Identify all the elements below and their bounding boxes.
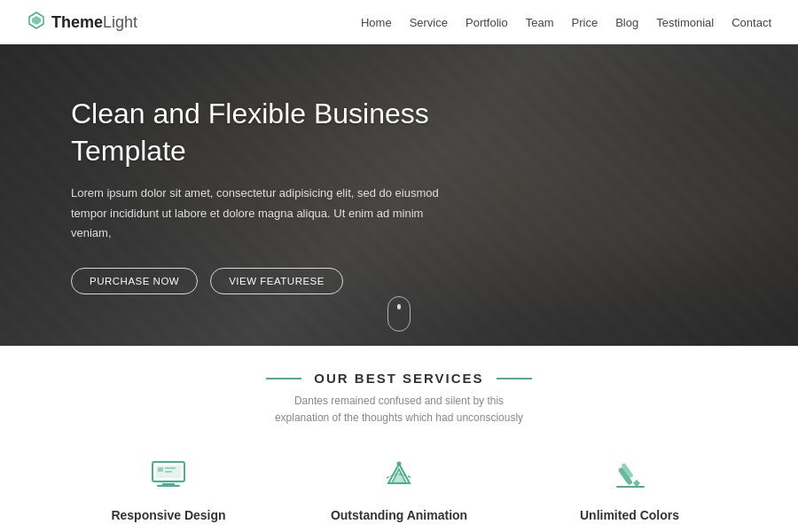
nav-price[interactable]: Price	[572, 16, 598, 29]
purchase-button[interactable]: PURCHASE NOW	[71, 268, 198, 294]
services-section: OUR BEST SERVICES Dantes remained confus…	[0, 346, 798, 532]
nav-team[interactable]: Team	[526, 16, 554, 29]
services-grid: Responsive Design Lorem ipsum dolor sit …	[35, 442, 763, 532]
colors-icon	[606, 451, 653, 497]
svg-rect-5	[165, 467, 176, 469]
svg-rect-6	[165, 471, 172, 473]
nav-contact[interactable]: Contact	[732, 16, 771, 29]
service-card-responsive: Responsive Design Lorem ipsum dolor sit …	[53, 442, 284, 532]
scroll-indicator	[387, 296, 411, 332]
service-name-responsive: Responsive Design	[74, 508, 262, 522]
service-card-colors: Unlimited Colors Lorem ipsum dolor sit a…	[514, 442, 745, 532]
features-button[interactable]: VIEW FEATURESE	[210, 268, 343, 294]
scroll-dot	[397, 304, 401, 309]
hero-title: Clean and Flexible Business Template	[71, 96, 532, 169]
svg-point-7	[397, 462, 402, 466]
svg-marker-10	[633, 480, 640, 487]
nav-portfolio[interactable]: Portfolio	[466, 16, 508, 29]
section-line-right	[497, 378, 532, 379]
logo[interactable]: ThemeLight	[27, 11, 137, 34]
section-subtitle: Dantes remained confused and silent by t…	[266, 393, 532, 426]
section-title: OUR BEST SERVICES	[314, 371, 483, 386]
main-nav: Home Service Portfolio Team Price Blog T…	[361, 16, 771, 29]
animation-icon	[376, 451, 422, 497]
service-name-animation: Outstanding Animation	[305, 508, 493, 522]
section-header: OUR BEST SERVICES Dantes remained confus…	[35, 371, 763, 426]
nav-testimonial[interactable]: Testimonial	[656, 16, 714, 29]
service-card-animation: Outstanding Animation Lorem ipsum dolor …	[284, 442, 514, 532]
hero-content: Clean and Flexible Business Template Lor…	[71, 96, 532, 293]
nav-home[interactable]: Home	[361, 16, 392, 29]
nav-blog[interactable]: Blog	[615, 16, 638, 29]
hero-subtitle: Lorem ipsum dolor sit amet, consectetur …	[71, 184, 443, 242]
responsive-design-icon	[145, 451, 192, 497]
service-name-colors: Unlimited Colors	[536, 508, 724, 522]
section-title-row: OUR BEST SERVICES	[35, 371, 763, 386]
svg-rect-4	[158, 467, 163, 472]
hero-buttons: PURCHASE NOW VIEW FEATURESE	[71, 268, 532, 294]
logo-text: ThemeLight	[51, 13, 137, 32]
hero-section: Clean and Flexible Business Template Lor…	[0, 44, 798, 346]
logo-icon	[27, 11, 46, 34]
nav-service[interactable]: Service	[410, 16, 448, 29]
main-header: ThemeLight Home Service Portfolio Team P…	[0, 0, 798, 44]
section-line-left	[266, 378, 301, 379]
